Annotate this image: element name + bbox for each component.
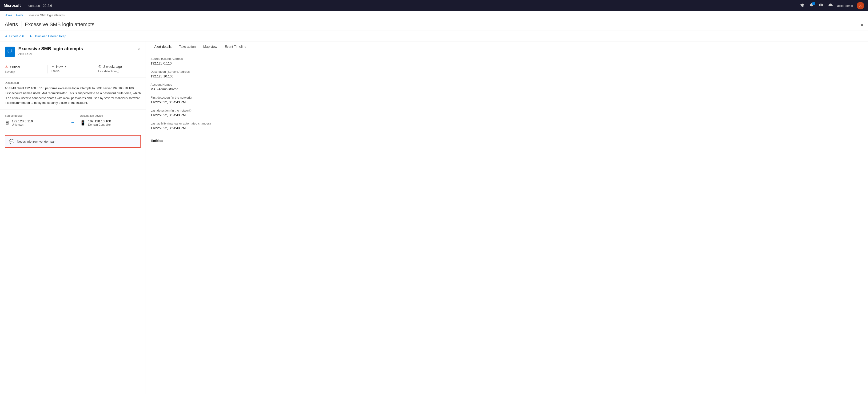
export-pdf-button[interactable]: ⬇ Export PDF bbox=[5, 33, 25, 39]
last-activity-value: 11/22/2022, 3:54:43 PM bbox=[151, 126, 863, 130]
shield-icon-container: 🛡 bbox=[5, 47, 15, 57]
download-pcap-icon: ⬇ bbox=[29, 34, 32, 38]
page-title: Excessive SMB login attempts bbox=[25, 22, 94, 28]
source-device-info: 🖥 192.128.0.110 Unknown bbox=[5, 119, 66, 126]
last-detection-text: 2 weeks ago bbox=[103, 65, 122, 68]
download-pcap-label: Download Filtered Pcap bbox=[34, 34, 66, 38]
detail-divider bbox=[151, 134, 863, 135]
dest-device-label: Destination device bbox=[80, 114, 141, 117]
last-activity-label: Last activity (manual or automated chang… bbox=[151, 122, 863, 125]
cloud-button[interactable] bbox=[828, 2, 834, 9]
user-avatar[interactable]: A bbox=[857, 2, 864, 9]
shield-icon: 🛡 bbox=[7, 49, 12, 55]
tenant-name: contoso - 22.2.6 bbox=[28, 4, 52, 7]
source-client-label: Source (Client) Address bbox=[151, 57, 863, 60]
status-bar: ⚠ Critical Severity ✦ New ▾ Status ⏱ 2 w… bbox=[0, 61, 146, 78]
page-section-title: Alerts bbox=[5, 22, 18, 28]
source-client-row: Source (Client) Address 192.128.0.110 bbox=[151, 57, 863, 65]
breadcrumb-chevron-2: › bbox=[25, 14, 25, 17]
device-arrow-connector: → bbox=[66, 120, 80, 125]
last-detection-detail-label: Last detection (in the network) bbox=[151, 109, 863, 112]
toolbar: ⬇ Export PDF ⬇ Download Filtered Pcap bbox=[0, 31, 868, 41]
dest-device: Destination device 📱 192.128.10.100 Doma… bbox=[80, 114, 141, 126]
source-device-type: Unknown bbox=[12, 123, 33, 126]
notifications-button[interactable]: 0 bbox=[809, 2, 814, 9]
top-nav-right: 0 alice-admin A bbox=[799, 2, 864, 9]
breadcrumb-chevron-1: › bbox=[13, 14, 14, 17]
tabs-container: Alert details Take action Map view Event… bbox=[146, 41, 868, 52]
clock-icon: ⏱ bbox=[98, 65, 101, 68]
breadcrumb: Home › Alerts › Excessive SMB login atte… bbox=[0, 11, 868, 19]
info-icon[interactable]: ⓘ bbox=[117, 70, 119, 73]
description-section: Description An SMB client 192.168.0.110 … bbox=[0, 78, 146, 110]
main-content: 🛡 Excessive SMB login attempts Alert ID:… bbox=[0, 41, 868, 394]
header-divider bbox=[21, 21, 22, 28]
account-names-label: Account Names bbox=[151, 83, 863, 86]
tab-take-action[interactable]: Take action bbox=[175, 41, 199, 52]
source-device-icon: 🖥 bbox=[5, 120, 9, 126]
source-device-label: Source device bbox=[5, 114, 66, 117]
critical-icon: ⚠ bbox=[5, 65, 8, 69]
microsoft-logo: Microsoft bbox=[4, 3, 21, 8]
page-header: Alerts Excessive SMB login attempts × bbox=[0, 19, 868, 31]
close-button[interactable]: × bbox=[861, 22, 863, 28]
dest-server-label: Destination (Server) Address bbox=[151, 70, 863, 73]
book-button[interactable] bbox=[818, 2, 824, 9]
alert-title: Excessive SMB login attempts bbox=[18, 46, 83, 51]
entities-label: Entities bbox=[151, 139, 863, 143]
notification-badge: 0 bbox=[812, 2, 815, 5]
nav-separator: | bbox=[25, 3, 27, 8]
detection-status-item: ⏱ 2 weeks ago Last detection ⓘ bbox=[98, 65, 141, 73]
dest-server-value: 192.128.10.100 bbox=[151, 74, 863, 78]
status-status-item: ✦ New ▾ Status bbox=[52, 65, 95, 73]
tab-alert-details[interactable]: Alert details bbox=[151, 41, 175, 52]
collapse-button[interactable]: « bbox=[137, 46, 141, 52]
account-names-row: Account Names MAL/Administrator bbox=[151, 83, 863, 91]
last-detection-detail-value: 11/22/2022, 3:54:43 PM bbox=[151, 113, 863, 117]
settings-button[interactable] bbox=[799, 2, 805, 9]
last-detection-row: Last detection (in the network) 11/22/20… bbox=[151, 109, 863, 117]
devices-section: Source device 🖥 192.128.0.110 Unknown → … bbox=[0, 110, 146, 131]
last-activity-row: Last activity (manual or automated chang… bbox=[151, 122, 863, 130]
dest-device-ip: 192.128.10.100 bbox=[88, 119, 111, 123]
export-pdf-icon: ⬇ bbox=[5, 34, 7, 38]
breadcrumb-alerts[interactable]: Alerts bbox=[16, 14, 23, 17]
status-chevron-icon[interactable]: ▾ bbox=[65, 65, 66, 68]
alert-id: Alert ID: 21 bbox=[18, 52, 83, 56]
top-nav: Microsoft | contoso - 22.2.6 0 alice-adm… bbox=[0, 0, 868, 11]
alert-title-text: Excessive SMB login attempts Alert ID: 2… bbox=[18, 46, 83, 56]
first-detection-label: First detection (in the network) bbox=[151, 96, 863, 99]
comment-text: Needs info from vendor team bbox=[17, 140, 57, 143]
breadcrumb-current: Excessive SMB login attempts bbox=[27, 14, 64, 17]
dest-device-type: Domain Controller bbox=[88, 123, 111, 126]
dest-server-row: Destination (Server) Address 192.128.10.… bbox=[151, 70, 863, 78]
user-name: alice-admin bbox=[837, 4, 853, 7]
status-value: ✦ New ▾ bbox=[52, 65, 91, 68]
tab-event-timeline[interactable]: Event Timeline bbox=[221, 41, 250, 52]
breadcrumb-home[interactable]: Home bbox=[5, 14, 12, 17]
severity-label: Severity bbox=[5, 70, 44, 73]
alert-title-section: 🛡 Excessive SMB login attempts Alert ID:… bbox=[5, 46, 83, 57]
right-panel: Alert details Take action Map view Event… bbox=[146, 41, 868, 394]
comment-box[interactable]: 💬 Needs info from vendor team bbox=[5, 135, 141, 148]
alert-details-content: Source (Client) Address 192.128.0.110 De… bbox=[146, 52, 868, 147]
status-label: Status bbox=[52, 69, 91, 73]
dest-device-icon: 📱 bbox=[80, 120, 86, 126]
severity-status-item: ⚠ Critical Severity bbox=[5, 65, 48, 73]
description-label: Description bbox=[5, 81, 141, 85]
tab-map-view[interactable]: Map view bbox=[199, 41, 221, 52]
source-device-ip: 192.128.0.110 bbox=[12, 119, 33, 123]
source-client-value: 192.128.0.110 bbox=[151, 61, 863, 65]
left-panel: 🛡 Excessive SMB login attempts Alert ID:… bbox=[0, 41, 146, 394]
severity-text: Critical bbox=[10, 65, 20, 69]
first-detection-row: First detection (in the network) 11/22/2… bbox=[151, 96, 863, 104]
last-detection-label: Last detection ⓘ bbox=[98, 69, 137, 73]
first-detection-value: 11/22/2022, 3:54:43 PM bbox=[151, 100, 863, 104]
export-pdf-label: Export PDF bbox=[9, 34, 25, 38]
severity-value: ⚠ Critical bbox=[5, 65, 44, 69]
last-detection-value: ⏱ 2 weeks ago bbox=[98, 65, 137, 68]
download-pcap-button[interactable]: ⬇ Download Filtered Pcap bbox=[29, 33, 66, 39]
description-text: An SMB client 192.168.0.110 performs exc… bbox=[5, 86, 141, 105]
alert-panel-header: 🛡 Excessive SMB login attempts Alert ID:… bbox=[0, 41, 146, 61]
status-text: New bbox=[56, 65, 63, 68]
